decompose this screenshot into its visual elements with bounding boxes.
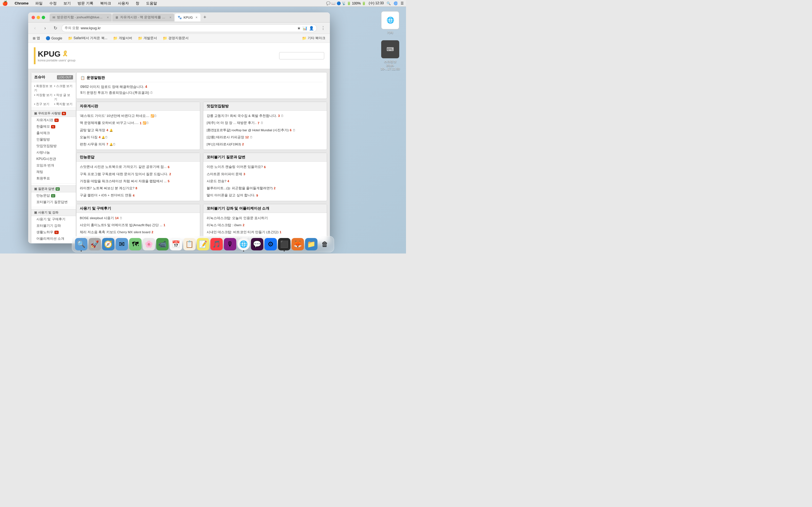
board-free-post-2[interactable]: 맥 운영체제를 모하비로 바꾸고 나서..... 1 🔁🗒	[77, 119, 200, 126]
board-portablelecture-post-2[interactable]: 리눅스 데스크탑 : i3wm 2	[203, 222, 327, 229]
browser-menu-button[interactable]: ⋮	[319, 24, 327, 32]
reload-button[interactable]: ↻	[51, 24, 59, 32]
board-portableqna-post-1[interactable]: 이런 노이즈 캔슬링 이어폰 있을까요? 6	[203, 163, 327, 170]
dock-calendar[interactable]: 📅	[170, 238, 182, 250]
board-allqna-post-1[interactable]: 스맛폰내 사진은 노트북으로 가져오기. 같은 공유기에 접... 6	[77, 163, 200, 170]
bm-apps-button[interactable]: ⊞ 앱	[31, 35, 42, 41]
bm-management[interactable]: 📁 경영지원문서	[160, 35, 191, 41]
profile-icon[interactable]: 👤	[309, 26, 314, 31]
menubar-edit[interactable]: 수정	[48, 1, 58, 6]
dock-safari[interactable]: 🧭	[102, 238, 114, 250]
bm-devserver[interactable]: 📁 개발서버	[111, 35, 135, 41]
sidebar-item-knowhow[interactable]: 생활노하우 N	[31, 229, 76, 235]
bookmark-star-icon[interactable]: ★	[297, 26, 301, 31]
board-allqna-post-3[interactable]: 가정용 데탑을 워크스테이션 처럼 써서 자원을 랩탑에서 ... 5	[77, 178, 200, 185]
board-free-post-4[interactable]: 오늘의 다짐 4 🔔🗒	[77, 134, 200, 141]
minimize-button[interactable]	[37, 16, 40, 19]
new-tab-button[interactable]: +	[201, 13, 209, 21]
board-food-post-2[interactable]: [제주] 어 마 장 장 ... 재방문 후기.. 7 🗒	[203, 119, 327, 126]
sidebar-item-vote[interactable]: 회원투표	[31, 175, 76, 182]
sidebar-item-lecture[interactable]: 포터블기기 강좌	[31, 223, 76, 229]
announce-item-2[interactable]: 9기 운영진 투표가 종료되었습니다.(투표결과) 🗒	[80, 90, 323, 96]
dock-music[interactable]: 🎵	[210, 238, 223, 250]
menubar-users[interactable]: 사용자	[117, 1, 130, 6]
board-food-post-1[interactable]: 강릉 교동지구/ 최씨 국수집 & 폭발 추천합니다. 3 🗒	[203, 112, 327, 119]
bm-devdocs[interactable]: 📁 개발문서	[136, 35, 159, 41]
board-portableqna-post-5[interactable]: 딸이 아이폰을 갖고 싶어 합니다. 9	[203, 192, 327, 199]
dock-notes[interactable]: 📝	[197, 238, 209, 250]
board-free-post-5[interactable]: 편한 사무용 의자 7 🔔🗒	[77, 141, 200, 148]
tab-freeboard-close[interactable]: ×	[169, 15, 171, 19]
sidebar-item-appintro[interactable]: 어플리케이션 소개	[31, 235, 76, 242]
menubar-file[interactable]: 파일	[34, 1, 44, 6]
board-free-post-1[interactable]: '패스워드 가이드' 10년만에 바뀐다고 하네요.... 🔁🗒	[77, 112, 200, 119]
tab-freeboard[interactable]: 🖥 자유게시판 - 맥 운영체제를 모하비... ×	[112, 13, 174, 21]
menubar-search[interactable]: 🔍	[387, 1, 391, 5]
board-review-post-1[interactable]: BOSE sleepbud 사용기 14 🗒	[77, 215, 200, 222]
sidebar-item-meetup[interactable]: 모임과 번개	[31, 162, 76, 169]
announce-item-1[interactable]: 09/02 이미지 업로드 장애 해결하였습니다. 4	[80, 84, 323, 90]
tab-gmail-close[interactable]: ×	[107, 15, 109, 19]
board-portableqna-post-4[interactable]: 블루라이트...(눈 피곤함을 줄어들게할려면?) 2	[203, 185, 327, 192]
desktop-icon-screenshot[interactable]: ⌨ 스크린샷2018-10-...17.11.50	[379, 40, 402, 70]
page-content[interactable]: KPUG 🎗 korea portable users' group 조슈아 L…	[28, 43, 330, 243]
dock-photos[interactable]: 🌸	[143, 238, 155, 250]
address-box[interactable]: 주의 요함 www.kpug.kr ★ 📊 👤	[61, 24, 317, 32]
board-portableqna-post-2[interactable]: 스마트폰 와이파이 문제 3	[203, 171, 327, 178]
menubar-help[interactable]: 도움말	[145, 1, 158, 6]
tab-gmail[interactable]: ✉ 받은편지함 - joshua90@bluedig... ×	[50, 13, 112, 21]
dock-podcasts[interactable]: 🎙	[224, 238, 236, 250]
kpug-search-input[interactable]	[279, 52, 324, 59]
maximize-button[interactable]	[42, 16, 45, 19]
tab-kpug[interactable]: 🐾 KPUG ×	[175, 13, 200, 21]
close-button[interactable]	[32, 16, 35, 19]
sidebar-link-messages[interactable]: • 쪽지함 보기	[54, 102, 73, 106]
board-free-post-3[interactable]: 곰탕 말고 육개장 4 🔔	[77, 127, 200, 134]
menubar-siri[interactable]: 🌀	[394, 1, 398, 5]
menubar-view[interactable]: 보기	[62, 1, 72, 6]
board-portablelecture-post-3[interactable]: 시내인 데스크탑: 비트코인 티커 만들기 (초간단) 1	[203, 229, 327, 236]
sidebar-item-chat[interactable]: 채팅	[31, 169, 76, 175]
dock-mail[interactable]: ✉	[116, 238, 128, 250]
sidebar-item-freeboard[interactable]: 자유게시판 N	[31, 117, 76, 123]
dock-reminders[interactable]: 📋	[183, 238, 196, 250]
forward-button[interactable]: ›	[41, 24, 49, 32]
sheets-extension-icon[interactable]: 📊	[303, 26, 307, 31]
dock-facetime[interactable]: 📹	[156, 238, 168, 250]
menubar-notif[interactable]: ☰	[401, 1, 404, 5]
dock-slack[interactable]: 💬	[251, 238, 263, 250]
bm-other[interactable]: 📁 기타 북마크	[300, 35, 327, 41]
board-review-post-2[interactable]: 샤오미 홍미노트5 및 어메이즈핏 빕(Amazfit Bip) 간단 ... …	[77, 222, 200, 229]
board-allqna-post-2[interactable]: 구독 프로그램 구독료에 대한 문의가 있어서 질문 드립니다. 2	[77, 171, 200, 178]
dock-finder2[interactable]: 📁	[305, 238, 317, 250]
apple-menu[interactable]: 🍎	[2, 1, 8, 6]
bm-safari[interactable]: 📁 Safari에서 가져온 북...	[66, 35, 110, 41]
dock-chrome[interactable]: 🌐	[238, 238, 250, 250]
board-allqna-post-5[interactable]: 구글 캘린더 + iOS + 썬더버드 연동 4	[77, 192, 200, 199]
desktop-icon-webloc[interactable]: 🌐 기타	[381, 11, 399, 35]
board-allqna-post-4[interactable]: 라이젠7 노트북 써보신 분 계신가요? 8	[77, 185, 200, 192]
menubar-window[interactable]: 창	[135, 1, 140, 6]
sidebar-item-sharing[interactable]: 사랑나눔	[31, 149, 76, 156]
sidebar-link-saved[interactable]: • 저장함 보기	[34, 93, 53, 101]
sidebar-link-friends[interactable]: • 친구 보기	[34, 102, 53, 106]
dock-maps[interactable]: 🗺	[129, 238, 142, 250]
sidebar-link-scrap[interactable]: • 스크랩 보기	[54, 84, 73, 93]
board-portableqna-post-3[interactable]: 사운드 전송? 4	[203, 178, 327, 185]
sidebar-item-food[interactable]: 맛집멋집탐방	[31, 143, 76, 149]
menubar-history[interactable]: 방문 기록	[77, 1, 94, 6]
sidebar-item-review[interactable]: 사용기 및 구매후기	[31, 216, 76, 223]
sidebar-link-posts[interactable]: • 작성 글 보기	[54, 93, 73, 101]
board-portablelecture-post-1[interactable]: 리눅스데스크탑: 오늘의 인용문 표시하기	[203, 215, 327, 222]
dock-finder[interactable]: 🔍	[75, 238, 87, 250]
dock-launchpad[interactable]: 🚀	[89, 238, 101, 250]
sidebar-item-allqna[interactable]: 만능문답 U	[31, 192, 76, 199]
sidebar-link-profile[interactable]: • 회원정보 보기	[34, 84, 53, 93]
board-food-post-4[interactable]: [강릉] 테라로사 카피공장 12 🗒	[203, 134, 327, 141]
sidebar-item-people[interactable]: 인물탐방	[31, 136, 76, 143]
dock-iterm[interactable]: ⬛	[278, 238, 290, 250]
dock-trash[interactable]: 🗑	[319, 238, 331, 250]
board-food-post-5[interactable]: [부산] 테라로사(F1963) 2	[203, 141, 327, 148]
menubar-bookmarks[interactable]: 북마크	[99, 1, 112, 6]
sidebar-item-attendance[interactable]: 출석체크	[31, 130, 76, 136]
